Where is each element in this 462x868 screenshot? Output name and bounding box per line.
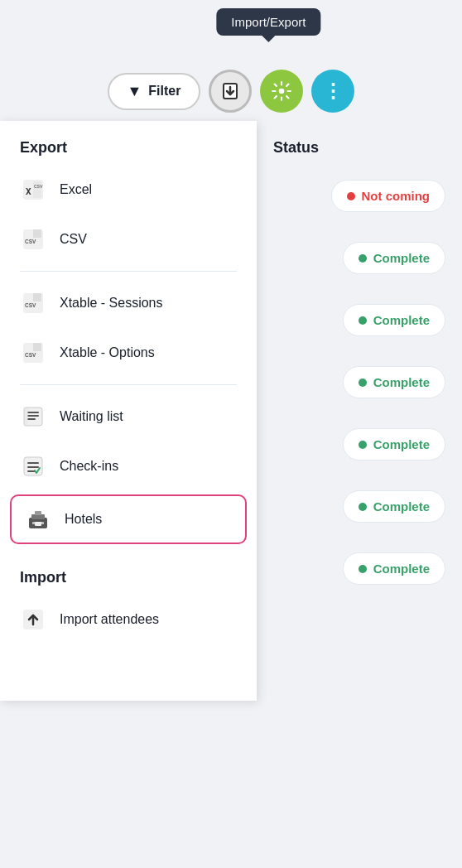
filter-button[interactable]: ▼ Filter <box>108 73 201 110</box>
divider-1 <box>20 271 237 272</box>
svg-rect-28 <box>35 522 41 526</box>
menu-item-excel[interactable]: X csv Excel <box>0 165 257 215</box>
status-row-4: Complete <box>267 413 452 475</box>
dot-green-5 <box>359 503 367 511</box>
svg-rect-30 <box>41 522 44 524</box>
dot-green-1 <box>359 254 367 263</box>
download-icon <box>220 81 240 101</box>
excel-label: Excel <box>60 182 92 197</box>
svg-text:csv: csv <box>34 183 43 189</box>
status-row-2: Complete <box>267 289 452 351</box>
status-row-5: Complete <box>267 475 452 538</box>
status-label-1: Complete <box>373 251 430 265</box>
status-row-1: Complete <box>267 227 452 289</box>
more-icon: ⋮ <box>323 80 343 103</box>
svg-text:CSV: CSV <box>25 352 36 358</box>
status-header: Status <box>267 121 452 165</box>
xtable-options-icon: CSV <box>20 340 46 366</box>
waiting-list-label: Waiting list <box>60 409 123 424</box>
svg-rect-29 <box>32 522 36 524</box>
status-label-5: Complete <box>373 499 430 514</box>
status-badge-2: Complete <box>343 304 445 336</box>
xtable-sessions-icon: CSV <box>20 290 46 316</box>
svg-text:CSV: CSV <box>25 302 36 308</box>
menu-item-waiting-list[interactable]: Waiting list <box>0 392 257 441</box>
status-badge-not-coming: Not coming <box>331 180 446 212</box>
hotels-icon <box>25 506 51 533</box>
status-badge-1: Complete <box>343 242 445 274</box>
status-label-2: Complete <box>373 313 430 327</box>
status-row-6: Complete <box>267 538 452 600</box>
import-export-button[interactable] <box>209 70 252 113</box>
csv-icon: CSV <box>20 226 46 253</box>
menu-item-xtable-sessions[interactable]: CSV Xtable - Sessions <box>0 278 257 328</box>
menu-item-import-attendees[interactable]: Import attendees <box>0 595 257 644</box>
status-column: Status Not coming Complete Complete <box>257 121 462 701</box>
excel-icon: X csv <box>20 176 46 203</box>
dot-green-4 <box>359 441 367 449</box>
dot-red <box>347 192 355 200</box>
filter-label: Filter <box>148 84 180 99</box>
menu-item-check-ins[interactable]: Check-ins <box>0 441 257 491</box>
status-row-0: Not coming <box>267 165 452 227</box>
status-label-3: Complete <box>373 375 430 389</box>
svg-rect-27 <box>35 511 41 515</box>
more-button[interactable]: ⋮ <box>311 70 354 113</box>
menu-item-xtable-options[interactable]: CSV Xtable - Options <box>0 328 257 378</box>
import-attendees-icon <box>20 606 46 633</box>
status-badge-6: Complete <box>343 552 445 585</box>
svg-text:X: X <box>26 186 31 197</box>
svg-rect-14 <box>33 343 41 351</box>
svg-point-2 <box>279 89 285 94</box>
csv-label: CSV <box>60 232 87 247</box>
settings-button[interactable] <box>260 70 303 113</box>
status-row-3: Complete <box>267 351 452 413</box>
settings-icon <box>271 80 292 102</box>
xtable-sessions-label: Xtable - Sessions <box>60 296 163 311</box>
menu-item-hotels[interactable]: Hotels <box>10 494 247 544</box>
dropdown-menu: Export X csv Excel CSV <box>0 121 257 701</box>
status-badge-3: Complete <box>343 366 445 398</box>
import-section-title: Import <box>0 551 257 595</box>
filter-icon: ▼ <box>128 83 142 100</box>
dot-green-6 <box>359 565 367 573</box>
tooltip-bubble: Import/Export <box>216 8 320 36</box>
xtable-options-label: Xtable - Options <box>60 345 155 360</box>
status-badge-5: Complete <box>343 490 445 523</box>
main-content: Export X csv Excel CSV <box>0 121 462 701</box>
status-badge-4: Complete <box>343 428 445 461</box>
waiting-list-icon <box>20 403 46 430</box>
dot-green-2 <box>359 316 367 325</box>
status-label-4: Complete <box>373 437 430 451</box>
import-attendees-label: Import attendees <box>60 612 159 627</box>
check-ins-label: Check-ins <box>60 459 118 474</box>
status-label-6: Complete <box>373 562 430 576</box>
svg-rect-8 <box>33 229 41 238</box>
check-ins-icon <box>20 453 46 480</box>
export-section-title: Export <box>0 121 257 165</box>
menu-item-csv[interactable]: CSV CSV <box>0 215 257 264</box>
svg-text:CSV: CSV <box>25 239 36 244</box>
divider-2 <box>20 384 237 385</box>
svg-rect-11 <box>33 293 41 301</box>
svg-rect-20 <box>23 407 28 427</box>
status-label-0: Not coming <box>362 189 431 203</box>
dot-green-3 <box>359 379 367 387</box>
hotels-label: Hotels <box>65 512 102 527</box>
